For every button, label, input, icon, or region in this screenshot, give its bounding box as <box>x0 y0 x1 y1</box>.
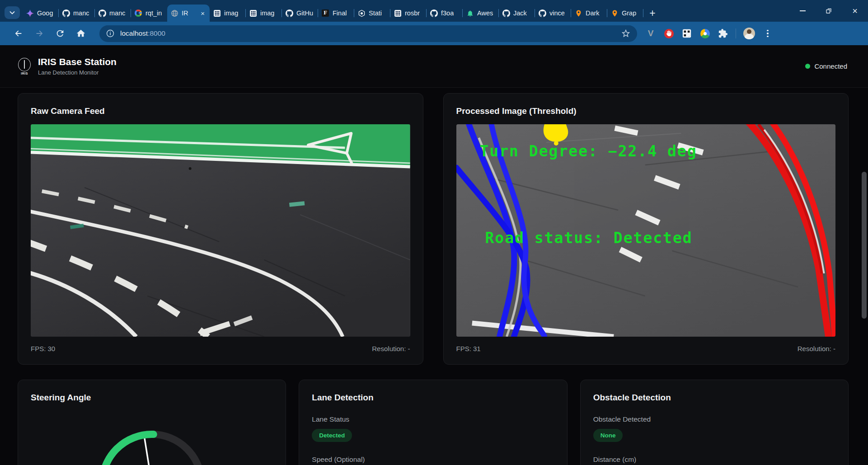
browser-tab[interactable]: Stati <box>354 5 390 22</box>
raw-resolution: Resolution: - <box>372 345 410 352</box>
tab-close-icon[interactable]: × <box>199 9 206 17</box>
new-tab-button[interactable]: + <box>643 5 662 22</box>
page-header: IRIS IRIS Base Station Lane Detection Mo… <box>0 45 868 88</box>
obstacle-detection-card: Obstacle Detection Obstacle Detected Non… <box>580 380 849 465</box>
browser-tab[interactable]: imag <box>210 5 246 22</box>
gemini-icon <box>26 9 34 17</box>
processed-image-title: Processed Image (Threshold) <box>456 106 836 116</box>
tab-label: manc <box>109 9 125 17</box>
steering-angle-title: Steering Angle <box>31 393 273 403</box>
grid-icon <box>394 9 402 17</box>
browser-tab[interactable]: Dark <box>571 5 607 22</box>
tab-label: Goog <box>37 9 53 17</box>
colorful-extension-icon[interactable] <box>699 28 710 39</box>
status-dot-icon <box>805 64 810 69</box>
steering-angle-card: Steering Angle <box>18 380 286 465</box>
browser-tab[interactable]: Grap <box>607 5 643 22</box>
site-info-icon[interactable] <box>106 29 115 38</box>
page-scrollbar[interactable] <box>862 172 867 319</box>
tab-label: Grap <box>622 9 636 17</box>
github-icon <box>62 9 70 17</box>
iris-logo: IRIS <box>18 58 31 75</box>
status-label: Connected <box>814 62 847 70</box>
browser-tab[interactable]: Awes <box>463 5 499 22</box>
iris-logo-mark <box>18 58 31 71</box>
raw-camera-title: Raw Camera Feed <box>31 106 410 116</box>
browser-tab[interactable]: f3oa <box>427 5 463 22</box>
extensions-puzzle-icon[interactable] <box>718 28 728 39</box>
minimize-button[interactable] <box>789 0 816 22</box>
back-button[interactable] <box>10 25 27 42</box>
back-arrow-icon <box>14 28 23 38</box>
tab-search-button[interactable] <box>5 6 20 19</box>
url-port: :8000 <box>148 29 165 38</box>
adblock-extension-icon[interactable] <box>663 28 674 39</box>
tab-label: imag <box>260 9 274 17</box>
browser-tab[interactable]: Jack <box>499 5 535 22</box>
window-controls: × <box>789 0 868 22</box>
browser-tab[interactable]: IR× <box>167 5 210 22</box>
browser-tab[interactable]: Goog <box>23 5 59 22</box>
overlay-turn-degree: Turn Degree: −22.4 deg <box>480 142 697 160</box>
dashboard-content: Raw Camera Feed <box>0 88 868 465</box>
speed-label: Speed (Optional) <box>312 456 554 464</box>
qr-darkmode-extension-icon[interactable] <box>681 28 692 39</box>
tab-label: rqt_in <box>145 9 162 17</box>
github-icon <box>430 9 438 17</box>
restore-button[interactable] <box>816 0 842 22</box>
steering-gauge <box>89 416 215 465</box>
github-icon <box>286 9 293 17</box>
browser-tab[interactable]: vince <box>535 5 571 22</box>
page-subtitle: Lane Detection Monitor <box>38 69 117 76</box>
pin-icon <box>611 9 619 17</box>
lane-status-label: Lane Status <box>312 415 554 423</box>
close-button[interactable]: × <box>842 0 868 22</box>
home-button[interactable] <box>72 25 89 42</box>
openai-icon <box>358 9 366 17</box>
raw-camera-card: Raw Camera Feed <box>18 93 423 365</box>
browser-tab[interactable]: manc <box>95 5 131 22</box>
forward-button[interactable] <box>31 25 48 42</box>
browser-tab[interactable]: imag <box>246 5 282 22</box>
bookmark-star-icon[interactable] <box>621 28 631 38</box>
tab-label: manc <box>73 9 89 17</box>
pin-icon <box>575 9 582 17</box>
lane-status-badge: Detected <box>312 429 352 442</box>
vue-extension-icon[interactable]: V <box>645 28 656 39</box>
tab-strip: Googmancmancrqt_inIR×imagimagGitHuFFinal… <box>0 0 868 22</box>
tab-label: vince <box>549 9 565 17</box>
browser-tab[interactable]: rosbr <box>390 5 427 22</box>
tab-label: Jack <box>513 9 527 17</box>
browser-tab[interactable]: GitHu <box>282 5 318 22</box>
github-icon <box>539 9 546 17</box>
reload-button[interactable] <box>52 25 69 42</box>
browser-toolbar: localhost:8000 V <box>0 22 868 45</box>
browser-tab[interactable]: FFinal <box>318 5 354 22</box>
reload-icon <box>55 28 65 38</box>
github-icon <box>99 9 106 17</box>
browser-tab[interactable]: manc <box>59 5 95 22</box>
toolbar-divider <box>736 28 736 38</box>
tab-label: Awes <box>477 9 493 17</box>
processed-image-card: Processed Image (Threshold) <box>443 93 849 365</box>
home-icon <box>76 28 86 38</box>
address-bar[interactable]: localhost:8000 <box>99 25 637 42</box>
browser-menu-button[interactable] <box>762 28 773 39</box>
raw-fps: FPS: 30 <box>31 345 55 352</box>
restore-icon <box>824 6 833 15</box>
iris-logo-text: IRIS <box>21 72 28 75</box>
tab-label: Final <box>333 9 347 17</box>
tab-label: rosbr <box>405 9 420 17</box>
page-body: IRIS IRIS Base Station Lane Detection Mo… <box>0 45 868 465</box>
browser-tab[interactable]: rqt_in <box>131 5 167 22</box>
globe-icon <box>171 9 178 17</box>
distance-label: Distance (cm) <box>593 456 835 464</box>
obstacle-detected-label: Obstacle Detected <box>593 415 835 423</box>
google-icon <box>135 9 142 17</box>
chevron-down-icon <box>9 9 15 16</box>
tab-label: GitHu <box>296 9 313 17</box>
profile-avatar[interactable] <box>743 28 755 39</box>
extensions-area: V <box>645 28 775 39</box>
connection-status: Connected <box>805 62 847 70</box>
tab-label: imag <box>224 9 238 17</box>
